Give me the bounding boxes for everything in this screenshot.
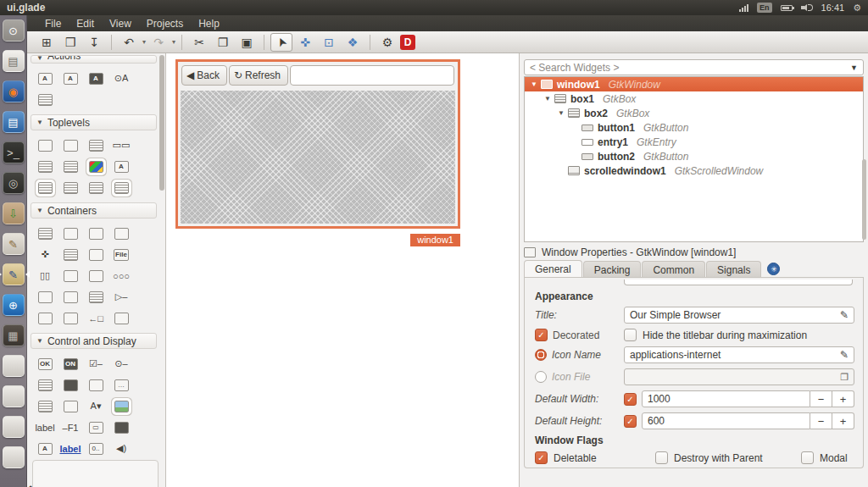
decrement-button[interactable]: − (810, 390, 832, 407)
palette-section-actions[interactable]: ▼Actions (31, 55, 157, 64)
alignment-palette-item[interactable]: ✜ (32, 244, 58, 265)
window-thumb-1[interactable] (3, 355, 25, 377)
combo-entry-palette-item[interactable] (58, 396, 83, 417)
redo-button[interactable]: ↷ (147, 33, 170, 52)
check-button-palette-item[interactable]: ☑– (83, 353, 108, 374)
tab-common[interactable]: Common (642, 261, 705, 277)
undo-button[interactable]: ↶ (118, 33, 140, 52)
tab-packing[interactable]: Packing (583, 261, 642, 277)
spin-button-palette-item[interactable]: 0.. (83, 438, 108, 459)
new-project-button[interactable]: ⊞ (36, 33, 58, 52)
save-button[interactable]: ↧ (83, 33, 105, 52)
window-palette-item[interactable] (32, 135, 58, 156)
hpaned-palette-item[interactable] (83, 265, 108, 286)
recent-action-palette-item[interactable] (32, 89, 58, 110)
back-button[interactable]: ◀ Back (181, 65, 227, 86)
menu-item-projects[interactable]: Projects (139, 16, 191, 31)
devhelp-button[interactable]: D (400, 35, 415, 50)
recent-chooser-dialog-palette-item[interactable] (58, 177, 83, 198)
session-gear-icon[interactable]: ⚙ (853, 3, 861, 14)
size-group-palette-item[interactable]: ○○○ (108, 265, 134, 286)
edit-pencil-icon[interactable]: ✎ (840, 349, 849, 361)
combo-box-palette-item[interactable] (32, 374, 58, 396)
tree-row-button1[interactable]: button1GtkButton (525, 120, 863, 135)
tree-row-scrolledwindow1[interactable]: scrolledwindow1GtkScrolledWindow (525, 163, 863, 178)
volume-button-palette-item[interactable]: ◀) (108, 438, 134, 459)
palette-section-toplevels[interactable]: ▼Toplevels (31, 114, 157, 130)
clock[interactable]: 16:41 (821, 3, 845, 13)
icon-name-radio[interactable] (535, 349, 547, 361)
assistant-palette-item[interactable] (108, 177, 134, 198)
menu-item-help[interactable]: Help (191, 16, 227, 31)
file-chooser-dialog-palette-item[interactable] (32, 177, 58, 198)
label-palette-item[interactable]: label (32, 417, 58, 438)
viewport-palette-item[interactable] (58, 286, 83, 307)
tree-row-box2[interactable]: ▼box2GtkBox (525, 106, 863, 120)
default-width-input[interactable]: 1000 (642, 390, 810, 407)
increment-button[interactable]: + (832, 412, 854, 429)
handle-box-palette-item[interactable] (83, 286, 108, 307)
palette-section-containers[interactable]: ▼Containers (31, 202, 157, 219)
font-button-palette-item[interactable]: A (32, 438, 58, 459)
link-button-palette-item[interactable]: label (58, 438, 83, 459)
margin-edit-button[interactable]: ⊡ (318, 33, 340, 52)
selector-button[interactable]: ➤ (270, 33, 292, 52)
layout-palette-item[interactable] (32, 286, 58, 307)
image-palette-item[interactable] (108, 396, 134, 417)
properties-scrollbar[interactable] (862, 159, 866, 240)
radio-button-palette-item[interactable]: ⊙– (108, 353, 134, 374)
text-editor-button[interactable]: ✎ (3, 233, 25, 255)
color-button-palette-item[interactable] (108, 417, 134, 438)
destroy-with-parent-checkbox[interactable] (655, 451, 668, 464)
action-palette-item[interactable]: A (58, 68, 83, 89)
deletable-checkbox[interactable]: ✓ (535, 451, 548, 464)
screenshot-button[interactable]: ◎ (3, 172, 25, 194)
open-project-button[interactable]: ❒ (59, 33, 81, 52)
web-globe-button[interactable]: ⊕ (3, 294, 25, 316)
search-widgets-input[interactable]: < Search Widgets > ▼ (524, 59, 864, 75)
expander-icon[interactable]: ▼ (557, 109, 565, 117)
stack-palette-item[interactable] (108, 307, 134, 329)
files-button[interactable]: ▤ (3, 50, 25, 72)
menu-item-edit[interactable]: Edit (69, 16, 102, 31)
redo-dropdown[interactable]: ▾ (172, 38, 175, 46)
toggle-button-palette-item[interactable]: ON (58, 353, 83, 374)
grid-palette-item[interactable] (58, 223, 83, 244)
copy-button[interactable]: ❐ (212, 33, 234, 52)
expander-icon[interactable]: ▼ (543, 95, 552, 102)
toggle-action-palette-item[interactable]: A (83, 68, 108, 89)
expander-palette-item[interactable]: ▷– (108, 286, 134, 307)
entry-progress-palette-item[interactable] (32, 396, 58, 417)
button-palette-item[interactable]: OK (32, 353, 58, 374)
window-thumb-2[interactable] (3, 385, 25, 407)
scrolled-window-placeholder[interactable] (181, 91, 455, 224)
default-height-input[interactable]: 600 (642, 412, 810, 429)
url-entry[interactable] (290, 65, 454, 86)
paned-palette-item[interactable] (83, 244, 108, 265)
accessibility-icon[interactable]: ✳ (767, 263, 780, 275)
search-entry-palette-item[interactable]: … (108, 374, 134, 396)
default-height-checkbox[interactable]: ✓ (624, 415, 637, 428)
file-chooser-widget-palette-item[interactable]: File (108, 244, 134, 265)
revealer-palette-item[interactable]: ←□ (83, 307, 108, 329)
decorated-checkbox[interactable]: ✓ (535, 329, 548, 341)
palette-scrollbar[interactable] (159, 55, 164, 191)
preferences-button[interactable]: ⚙ (376, 33, 398, 52)
glade-button[interactable]: ✎ (3, 263, 25, 285)
search-dropdown-icon[interactable]: ▼ (850, 64, 858, 72)
radio-action-palette-item[interactable]: ⊙A (108, 68, 134, 89)
switch-palette-item[interactable] (58, 374, 83, 396)
undo-dropdown[interactable]: ▾ (142, 38, 146, 46)
file-chooser-button-palette-item[interactable]: ▭ (83, 417, 108, 438)
message-dialog-palette-item[interactable] (32, 156, 58, 177)
entry-palette-item[interactable] (83, 374, 108, 396)
ubuntu-dash-button[interactable]: ⊙ (3, 19, 25, 42)
color-chooser-dialog-palette-item[interactable] (83, 156, 108, 177)
combo-box-text-palette-item[interactable]: A▾ (83, 396, 108, 417)
accelerator-palette-item[interactable]: –F1 (58, 417, 83, 438)
tree-row-entry1[interactable]: entry1GtkEntry (525, 135, 863, 149)
tab-general[interactable]: General (524, 260, 582, 277)
app-chooser-dialog-palette-item[interactable] (83, 177, 108, 198)
menu-item-view[interactable]: View (102, 16, 139, 31)
window-thumb-4[interactable] (3, 446, 25, 468)
